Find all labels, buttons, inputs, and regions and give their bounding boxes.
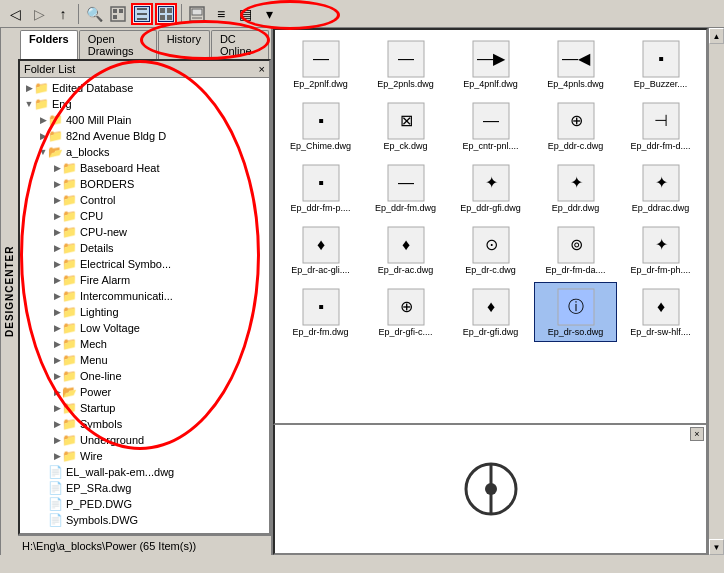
tree-icon-400-mill: 📁: [48, 113, 63, 127]
tree-toggle-eng[interactable]: ▼: [24, 99, 34, 109]
thumb-item-ep-cntr-pnl[interactable]: —Ep_cntr-pnl....: [449, 96, 532, 156]
thumb-item-ep-ddr-gfi[interactable]: ✦Ep_ddr-gfi.dwg: [449, 158, 532, 218]
tree-toggle-control[interactable]: ▶: [52, 195, 62, 205]
thumb-item-ep-dr-so[interactable]: ⓘEp_dr-so.dwg: [534, 282, 617, 342]
thumb-item-ep-dr-fm[interactable]: ▪Ep_dr-fm.dwg: [279, 282, 362, 342]
thumb-item-ep-buzzer[interactable]: ▪Ep_Buzzer....: [619, 34, 702, 94]
tree-toggle-cpu[interactable]: ▶: [52, 211, 62, 221]
tree-item-p-ped[interactable]: 📄P_PED.DWG: [22, 496, 267, 512]
tab-folders[interactable]: Folders: [20, 30, 78, 59]
tab-history[interactable]: History: [158, 30, 210, 59]
tree-toggle-cpu-new[interactable]: ▶: [52, 227, 62, 237]
tree-item-lighting[interactable]: ▶📁Lighting: [22, 304, 267, 320]
thumb-item-ep-ddr-c[interactable]: ⊕Ep_ddr-c.dwg: [534, 96, 617, 156]
thumb-item-ep-ddr[interactable]: ✦Ep_ddr.dwg: [534, 158, 617, 218]
thumb-item-ep-dr-sw-hlf[interactable]: ♦Ep_dr-sw-hlf....: [619, 282, 702, 342]
tree-item-low-voltage[interactable]: ▶📁Low Voltage: [22, 320, 267, 336]
tree-view[interactable]: ▶📁Edited Database▼📁Eng▶📁400 Mill Plain▶📁…: [20, 78, 269, 533]
tree-item-electrical[interactable]: ▶📁Electrical Symbo...: [22, 256, 267, 272]
description-button[interactable]: ≡: [210, 3, 232, 25]
dc-online-button[interactable]: [107, 3, 129, 25]
tree-item-baseboard[interactable]: ▶📁Baseboard Heat: [22, 160, 267, 176]
search-button[interactable]: 🔍: [83, 3, 105, 25]
tree-item-symbols[interactable]: ▶📁Symbols: [22, 416, 267, 432]
favorites-button[interactable]: [155, 3, 177, 25]
tree-item-ep-sra[interactable]: 📄EP_SRa.dwg: [22, 480, 267, 496]
tree-item-cpu-new[interactable]: ▶📁CPU-new: [22, 224, 267, 240]
thumb-icon-ep-2pnlf: —: [301, 39, 341, 79]
tree-item-edited-db[interactable]: ▶📁Edited Database: [22, 80, 267, 96]
tree-item-eng[interactable]: ▼📁Eng: [22, 96, 267, 112]
thumb-item-ep-dr-fm-ph[interactable]: ✦Ep_dr-fm-ph....: [619, 220, 702, 280]
thumb-item-ep-dr-ac-gli[interactable]: ♦Ep_dr-ac-gli....: [279, 220, 362, 280]
thumb-item-ep-dr-gfi-c[interactable]: ⊕Ep_dr-gfi-c....: [364, 282, 447, 342]
views-dropdown-button[interactable]: ▾: [258, 3, 280, 25]
thumb-item-ep-ddr-fm-d[interactable]: ⊣Ep_ddr-fm-d....: [619, 96, 702, 156]
tree-toggle-edited-db[interactable]: ▶: [24, 83, 34, 93]
thumb-item-ep-dr-ac[interactable]: ♦Ep_dr-ac.dwg: [364, 220, 447, 280]
preview-close-button[interactable]: ×: [690, 427, 704, 441]
tree-toggle-400-mill[interactable]: ▶: [38, 115, 48, 125]
tree-toggle-startup[interactable]: ▶: [52, 403, 62, 413]
tree-item-one-line[interactable]: ▶📁One-line: [22, 368, 267, 384]
thumb-item-ep-4pnlf[interactable]: —▶Ep_4pnlf.dwg: [449, 34, 532, 94]
tree-view-button[interactable]: [131, 3, 153, 25]
thumb-item-ep-2pnlf[interactable]: —Ep_2pnlf.dwg: [279, 34, 362, 94]
folder-close-button[interactable]: ×: [259, 63, 265, 75]
tree-item-fire-alarm[interactable]: ▶📁Fire Alarm: [22, 272, 267, 288]
back-button[interactable]: ◁: [4, 3, 26, 25]
thumb-item-ep-chime[interactable]: ▪Ep_Chime.dwg: [279, 96, 362, 156]
tree-item-cpu[interactable]: ▶📁CPU: [22, 208, 267, 224]
tree-item-control[interactable]: ▶📁Control: [22, 192, 267, 208]
tree-toggle-underground[interactable]: ▶: [52, 435, 62, 445]
thumb-item-ep-ddrac[interactable]: ✦Ep_ddrac.dwg: [619, 158, 702, 218]
tree-toggle-borders[interactable]: ▶: [52, 179, 62, 189]
scroll-down-button[interactable]: ▼: [709, 539, 724, 555]
svg-text:—: —: [398, 50, 414, 67]
tree-item-82nd-ave[interactable]: ▶📁82nd Avenue Bldg D: [22, 128, 267, 144]
thumb-item-ep-4pnls[interactable]: —◀Ep_4pnls.dwg: [534, 34, 617, 94]
tree-item-symbols-dwg[interactable]: 📄Symbols.DWG: [22, 512, 267, 528]
tree-toggle-low-voltage[interactable]: ▶: [52, 323, 62, 333]
tree-item-underground[interactable]: ▶📁Underground: [22, 432, 267, 448]
tree-item-a-blocks[interactable]: ▼📂a_blocks: [22, 144, 267, 160]
scroll-up-button[interactable]: ▲: [709, 28, 724, 44]
tree-toggle-one-line[interactable]: ▶: [52, 371, 62, 381]
tree-toggle-intercomm[interactable]: ▶: [52, 291, 62, 301]
tree-toggle-symbols[interactable]: ▶: [52, 419, 62, 429]
tree-toggle-mech[interactable]: ▶: [52, 339, 62, 349]
tree-toggle-wire[interactable]: ▶: [52, 451, 62, 461]
tree-toggle-fire-alarm[interactable]: ▶: [52, 275, 62, 285]
thumb-item-ep-2pnls[interactable]: —Ep_2pnls.dwg: [364, 34, 447, 94]
tree-toggle-82nd-ave[interactable]: ▶: [38, 131, 48, 141]
thumb-item-ep-ck[interactable]: ⊠Ep_ck.dwg: [364, 96, 447, 156]
tree-toggle-menu[interactable]: ▶: [52, 355, 62, 365]
tree-toggle-baseboard[interactable]: ▶: [52, 163, 62, 173]
thumb-item-ep-dr-c[interactable]: ⊙Ep_dr-c.dwg: [449, 220, 532, 280]
thumb-item-ep-ddr-fm[interactable]: —Ep_ddr-fm.dwg: [364, 158, 447, 218]
tab-dc-online[interactable]: DC Online: [211, 30, 269, 59]
tree-toggle-details[interactable]: ▶: [52, 243, 62, 253]
tree-toggle-power[interactable]: ▶: [52, 387, 62, 397]
tree-toggle-electrical[interactable]: ▶: [52, 259, 62, 269]
thumb-item-ep-dr-fm-da[interactable]: ⊚Ep_dr-fm-da....: [534, 220, 617, 280]
tree-item-intercomm[interactable]: ▶📁Intercommunicati...: [22, 288, 267, 304]
views-button[interactable]: ▤: [234, 3, 256, 25]
up-button[interactable]: ↑: [52, 3, 74, 25]
tree-toggle-a-blocks[interactable]: ▼: [38, 147, 48, 157]
tree-toggle-lighting[interactable]: ▶: [52, 307, 62, 317]
tree-item-power[interactable]: ▶📂Power: [22, 384, 267, 400]
tab-open-drawings[interactable]: Open Drawings: [79, 30, 157, 59]
tree-item-startup[interactable]: ▶📁Startup: [22, 400, 267, 416]
thumb-item-ep-ddr-fm-p[interactable]: ▪Ep_ddr-fm-p....: [279, 158, 362, 218]
preview-button[interactable]: [186, 3, 208, 25]
tree-item-el-wall[interactable]: 📄EL_wall-pak-em...dwg: [22, 464, 267, 480]
forward-button[interactable]: ▷: [28, 3, 50, 25]
tree-item-400-mill[interactable]: ▶📁400 Mill Plain: [22, 112, 267, 128]
thumb-item-ep-dr-gfi[interactable]: ♦Ep_dr-gfi.dwg: [449, 282, 532, 342]
tree-item-menu[interactable]: ▶📁Menu: [22, 352, 267, 368]
tree-item-wire[interactable]: ▶📁Wire: [22, 448, 267, 464]
tree-item-borders[interactable]: ▶📁BORDERS: [22, 176, 267, 192]
tree-item-mech[interactable]: ▶📁Mech: [22, 336, 267, 352]
tree-item-details[interactable]: ▶📁Details: [22, 240, 267, 256]
